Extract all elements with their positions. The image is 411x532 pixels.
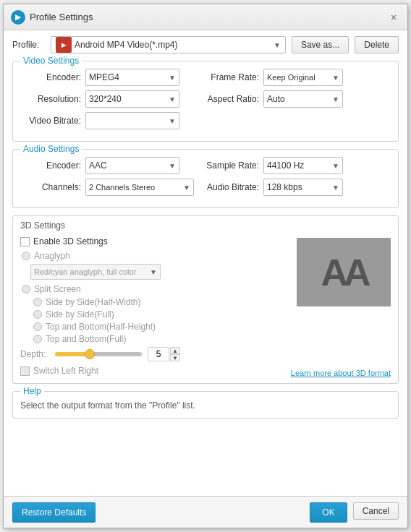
audio-settings-title: Audio Settings bbox=[20, 144, 82, 154]
delete-button[interactable]: Delete bbox=[355, 36, 399, 53]
video-bitrate-label: Video Bitrate: bbox=[20, 116, 85, 126]
learn-more-link[interactable]: Learn more about 3D format bbox=[291, 369, 391, 377]
depth-row: Depth: 5 ▲ ▼ bbox=[20, 347, 391, 361]
cancel-button[interactable]: Cancel bbox=[353, 502, 399, 520]
video-settings-section: Video Settings Encoder: MPEG4 ▼ Resoluti… bbox=[12, 61, 399, 142]
settings-3d-section: 3D Settings AA Enable 3D Settings Anagly… bbox=[12, 215, 399, 384]
audio-encoder-row: Encoder: AAC ▼ bbox=[20, 157, 206, 174]
frame-rate-label: Frame Rate: bbox=[206, 72, 263, 82]
resolution-label: Resolution: bbox=[20, 94, 85, 104]
split-screen-radio[interactable] bbox=[22, 285, 30, 293]
resolution-dropdown[interactable]: 320*240 ▼ bbox=[85, 90, 179, 108]
profile-value: Android MP4 Video(*.mp4) bbox=[75, 40, 178, 50]
sample-rate-dropdown[interactable]: 44100 Hz ▼ bbox=[263, 157, 343, 174]
preview-text: AA bbox=[321, 251, 366, 294]
top-bottom-full-label: Top and Bottom(Full) bbox=[46, 334, 126, 344]
encoder-dropdown[interactable]: MPEG4 ▼ bbox=[85, 69, 179, 86]
side-by-side-full-row: Side by Side(Full) bbox=[20, 309, 391, 319]
aspect-ratio-dropdown[interactable]: Auto ▼ bbox=[263, 90, 343, 108]
switch-checkbox[interactable] bbox=[20, 366, 30, 376]
channels-row: Channels: 2 Channels Stereo ▼ bbox=[20, 179, 206, 196]
app-icon: ▶ bbox=[11, 10, 25, 25]
top-bottom-full-row: Top and Bottom(Full) bbox=[20, 334, 391, 344]
side-by-side-half-radio[interactable] bbox=[33, 298, 42, 306]
depth-thumb bbox=[85, 349, 95, 359]
profile-dropdown-arrow: ▼ bbox=[274, 41, 281, 49]
depth-slider[interactable] bbox=[55, 352, 142, 356]
depth-decrement[interactable]: ▼ bbox=[170, 354, 180, 361]
preview-3d: AA bbox=[297, 238, 391, 306]
audio-bitrate-label: Audio Bitrate: bbox=[206, 182, 263, 192]
anaglyph-dropdown-arrow: ▼ bbox=[150, 268, 157, 276]
anaglyph-radio[interactable] bbox=[22, 252, 30, 260]
channels-dropdown[interactable]: 2 Channels Stereo ▼ bbox=[85, 179, 194, 196]
settings-3d-title: 3D Settings bbox=[20, 220, 391, 231]
profile-row: Profile: ▶ Android MP4 Video(*.mp4) ▼ Sa… bbox=[12, 36, 399, 53]
audio-bitrate-row: Audio Bitrate: 128 kbps ▼ bbox=[206, 179, 343, 196]
restore-defaults-button[interactable]: Restore Defaults bbox=[12, 502, 96, 523]
encoder-arrow: ▼ bbox=[169, 74, 176, 82]
split-screen-label: Split Screen bbox=[34, 284, 81, 294]
encoder-row: Encoder: MPEG4 ▼ bbox=[20, 69, 206, 86]
resolution-arrow: ▼ bbox=[169, 95, 176, 103]
top-bottom-half-radio[interactable] bbox=[33, 322, 42, 331]
sample-rate-arrow: ▼ bbox=[332, 162, 339, 170]
sample-rate-row: Sample Rate: 44100 Hz ▼ bbox=[206, 157, 343, 174]
save-as-button[interactable]: Save as... bbox=[292, 36, 349, 53]
dialog-title: Profile Settings bbox=[30, 12, 93, 22]
frame-rate-dropdown[interactable]: Keep Original ▼ bbox=[263, 69, 343, 86]
encoder-label: Encoder: bbox=[20, 72, 85, 82]
profile-label: Profile: bbox=[12, 40, 45, 50]
audio-bitrate-dropdown[interactable]: 128 kbps ▼ bbox=[263, 179, 343, 196]
side-by-side-half-label: Side by Side(Half-Width) bbox=[46, 297, 140, 307]
audio-encoder-label: Encoder: bbox=[20, 160, 85, 171]
channels-arrow: ▼ bbox=[183, 184, 190, 192]
video-settings-title: Video Settings bbox=[20, 56, 82, 66]
audio-encoder-arrow: ▼ bbox=[169, 162, 176, 170]
audio-encoder-dropdown[interactable]: AAC ▼ bbox=[85, 157, 179, 174]
aspect-ratio-arrow: ▼ bbox=[332, 95, 339, 103]
frame-rate-arrow: ▼ bbox=[332, 74, 339, 82]
depth-value: 5 bbox=[148, 347, 169, 361]
help-title: Help bbox=[20, 386, 44, 396]
depth-label: Depth: bbox=[20, 349, 49, 359]
help-text: Select the output format from the "Profi… bbox=[20, 400, 391, 411]
audio-settings-section: Audio Settings Encoder: AAC ▼ Channels: bbox=[12, 149, 399, 208]
close-button[interactable]: × bbox=[387, 11, 400, 24]
depth-increment[interactable]: ▲ bbox=[170, 347, 180, 354]
content-area: Profile: ▶ Android MP4 Video(*.mp4) ▼ Sa… bbox=[4, 30, 407, 496]
help-section: Help Select the output format from the "… bbox=[12, 391, 399, 419]
title-bar-left: ▶ Profile Settings bbox=[11, 10, 93, 25]
top-bottom-full-radio[interactable] bbox=[33, 335, 42, 343]
aspect-ratio-label: Aspect Ratio: bbox=[206, 94, 263, 104]
video-bitrate-dropdown[interactable]: ▼ bbox=[85, 112, 179, 129]
profile-icon: ▶ bbox=[56, 37, 72, 53]
sample-rate-label: Sample Rate: bbox=[206, 160, 263, 171]
frame-rate-row: Frame Rate: Keep Original ▼ bbox=[206, 69, 343, 86]
audio-bitrate-arrow: ▼ bbox=[332, 184, 339, 192]
anaglyph-label: Anaglyph bbox=[34, 251, 70, 261]
top-bottom-half-label: Top and Bottom(Half-Height) bbox=[46, 322, 156, 332]
channels-label: Channels: bbox=[20, 182, 85, 192]
title-bar: ▶ Profile Settings × bbox=[4, 4, 407, 30]
top-bottom-half-row: Top and Bottom(Half-Height) bbox=[20, 322, 391, 332]
enable-3d-label: Enable 3D Settings bbox=[33, 236, 108, 246]
side-by-side-full-radio[interactable] bbox=[33, 310, 42, 319]
side-by-side-full-label: Side by Side(Full) bbox=[46, 309, 114, 319]
aspect-ratio-row: Aspect Ratio: Auto ▼ bbox=[206, 90, 343, 108]
bottom-bar: Restore Defaults OK Cancel bbox=[4, 496, 407, 528]
switch-label: Switch Left Right bbox=[33, 366, 98, 376]
resolution-row: Resolution: 320*240 ▼ bbox=[20, 90, 206, 108]
enable-3d-checkbox[interactable] bbox=[20, 237, 30, 246]
video-bitrate-arrow: ▼ bbox=[169, 117, 176, 125]
profile-dropdown[interactable]: ▶ Android MP4 Video(*.mp4) ▼ bbox=[51, 36, 286, 53]
profile-settings-dialog: ▶ Profile Settings × Profile: ▶ Android … bbox=[3, 4, 408, 528]
anaglyph-dropdown[interactable]: Red/cyan anaglyph, full color ▼ bbox=[30, 264, 161, 280]
video-bitrate-row: Video Bitrate: ▼ bbox=[20, 112, 206, 129]
ok-button[interactable]: OK bbox=[310, 502, 347, 523]
